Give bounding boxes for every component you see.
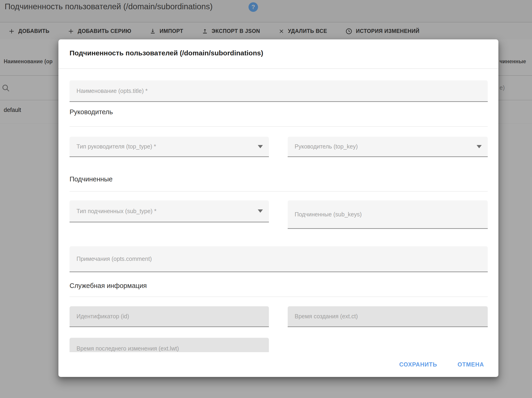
chevron-down-icon: [477, 145, 482, 148]
sub-keys-input[interactable]: [288, 200, 488, 228]
section-heading-top: Руководитель: [70, 108, 113, 116]
section-divider-sub: [70, 191, 488, 192]
created-time-input: [288, 306, 488, 326]
save-button[interactable]: СОХРАНИТЬ: [395, 359, 441, 370]
chevron-down-icon: [258, 209, 263, 213]
field-title: [70, 80, 488, 102]
title-input[interactable]: [70, 80, 488, 101]
sub-type-select[interactable]: Тип подчиненных (sub_type) *: [70, 200, 269, 222]
cancel-button[interactable]: ОТМЕНА: [454, 359, 488, 370]
section-heading-service: Служебная информация: [70, 282, 147, 290]
field-last-write-time: [70, 338, 269, 352]
top-type-select[interactable]: Тип руководителя (top_type) *: [70, 137, 269, 157]
screen: Подчиненность пользователей (/domain/sub…: [0, 0, 532, 398]
field-sub-keys: [288, 200, 488, 229]
top-key-placeholder: Руководитель (top_key): [288, 143, 358, 150]
field-created-time: [288, 306, 488, 327]
id-input: [70, 306, 269, 326]
field-comment: [70, 246, 488, 272]
top-type-placeholder: Тип руководителя (top_type) *: [70, 143, 156, 150]
section-heading-sub: Подчиненные: [70, 175, 113, 183]
last-write-time-input: [70, 338, 269, 352]
dialog-title: Подчиненность пользователей (/domain/sub…: [70, 49, 263, 57]
edit-dialog: Подчиненность пользователей (/domain/sub…: [58, 39, 498, 377]
section-divider-service: [70, 297, 488, 297]
top-key-select[interactable]: Руководитель (top_key): [288, 137, 488, 157]
dialog-actions: СОХРАНИТЬ ОТМЕНА: [395, 356, 488, 373]
dialog-title-divider: [58, 68, 498, 69]
section-divider-top: [70, 126, 488, 127]
chevron-down-icon: [258, 145, 263, 148]
comment-input[interactable]: [70, 246, 488, 272]
field-id: [70, 306, 269, 327]
sub-type-placeholder: Тип подчиненных (sub_type) *: [70, 208, 157, 215]
